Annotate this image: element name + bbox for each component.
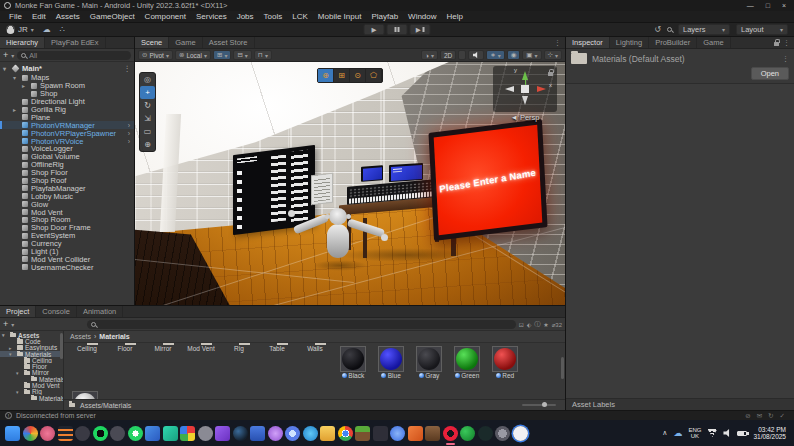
thumbnail-size-slider[interactable] — [522, 404, 556, 406]
material-asset-tile[interactable] — [72, 391, 98, 399]
inspector-tab[interactable]: Game — [697, 37, 730, 48]
taskbar-app-icon[interactable] — [268, 426, 283, 441]
close-button[interactable]: × — [782, 2, 786, 9]
hierarchy-item[interactable]: Glow — [0, 200, 134, 208]
language-indicator[interactable]: ENG UK — [688, 427, 701, 440]
step-button[interactable]: ▶ — [410, 24, 431, 35]
taskbar-app-icon[interactable] — [145, 426, 160, 441]
taskbar-app-icon[interactable] — [320, 426, 335, 441]
inspector-tab[interactable]: Lighting — [610, 37, 649, 48]
taskbar-app-icon[interactable] — [460, 426, 475, 441]
menu-item[interactable]: Assets — [51, 12, 85, 21]
taskbar-app-icon[interactable] — [180, 426, 195, 441]
asset-folder-tile[interactable]: Walls — [296, 345, 334, 379]
hierarchy-item[interactable]: Currency — [0, 240, 134, 248]
snap-magnet-button[interactable]: ⊓▾ — [254, 50, 272, 60]
wifi-icon[interactable] — [707, 429, 717, 437]
project-tree-item[interactable]: Materials — [0, 395, 63, 401]
tool-button[interactable]: ⇲ — [140, 112, 155, 125]
grid-snap-button[interactable]: ⊞▾ — [213, 50, 231, 60]
lighting-toggle-button[interactable] — [458, 50, 466, 60]
status-tray-icon[interactable]: ✓ — [780, 412, 785, 420]
audio-toggle-button[interactable] — [468, 50, 484, 60]
probuilder-mode-button[interactable]: ⊙ — [350, 69, 366, 82]
taskbar-app-icon[interactable] — [373, 426, 388, 441]
scene-visibility-button[interactable]: ◉ — [507, 50, 521, 60]
status-tray-icon[interactable]: ⊘ — [745, 412, 750, 420]
2d-toggle-button[interactable]: 2D — [440, 50, 456, 60]
version-control-icon[interactable]: ∴ — [60, 25, 65, 34]
tray-expand-icon[interactable]: ∧ — [662, 429, 667, 437]
inspector-tab[interactable]: ProBuilder — [649, 37, 697, 48]
info-icon[interactable]: ⓘ — [534, 320, 540, 329]
create-button[interactable]: + — [3, 51, 8, 59]
gizmo-neg-y-axis[interactable] — [522, 96, 528, 105]
taskbar-app-icon[interactable] — [285, 426, 300, 441]
breadcrumb-current[interactable]: Materials — [99, 333, 129, 340]
taskbar-app-icon[interactable] — [425, 426, 440, 441]
tool-button[interactable]: ⊕ — [140, 138, 155, 151]
kebab-menu-icon[interactable]: ⋮ — [783, 39, 790, 47]
taskbar-app-icon[interactable] — [513, 426, 528, 441]
pause-button[interactable] — [387, 24, 408, 35]
probuilder-mode-button[interactable]: ⬠ — [366, 69, 382, 82]
asset-folder-tile[interactable]: Ceiling — [68, 345, 106, 379]
breadcrumb-root[interactable]: Assets — [70, 333, 91, 340]
foldout-arrow-icon[interactable]: ▸ — [9, 345, 12, 351]
camera-settings-dropdown[interactable]: ▣▾ — [522, 50, 541, 60]
taskbar-app-icon[interactable] — [128, 426, 143, 441]
chevron-down-icon[interactable]: ▾ — [11, 321, 14, 328]
taskbar-app-icon[interactable] — [443, 426, 458, 441]
hierarchy-search-input[interactable]: All — [17, 51, 131, 60]
grid-scrollbar[interactable] — [561, 357, 564, 379]
lock-icon[interactable] — [548, 72, 553, 76]
maximize-button[interactable]: □ — [766, 2, 770, 9]
tool-button[interactable]: ◎ — [140, 73, 155, 86]
asset-folder-tile[interactable]: Table — [258, 345, 296, 379]
foldout-arrow-icon[interactable]: ▾ — [16, 370, 19, 376]
project-tab[interactable]: Animation — [77, 306, 123, 317]
taskbar-app-icon[interactable] — [355, 426, 370, 441]
chevron-down-icon[interactable]: ▾ — [11, 52, 14, 59]
search-icon[interactable] — [667, 27, 672, 32]
hierarchy-item[interactable]: ▸ Gorilla Rig — [0, 106, 134, 114]
undo-history-icon[interactable]: ↺ — [654, 25, 661, 34]
gizmo-x-axis[interactable] — [537, 86, 546, 92]
play-button[interactable]: ▶ — [364, 24, 385, 35]
menu-item[interactable]: LCK — [287, 12, 313, 21]
battery-icon[interactable] — [737, 431, 747, 436]
menu-item[interactable]: File — [4, 12, 27, 21]
hierarchy-item[interactable]: Lobby Music — [0, 192, 134, 200]
taskbar-app-icon[interactable] — [338, 426, 353, 441]
material-asset-tile[interactable]: Gray — [410, 345, 448, 379]
taskbar-app-icon[interactable] — [163, 426, 178, 441]
tool-button[interactable]: ▭ — [140, 125, 155, 138]
scene-view-tab[interactable]: Asset Store — [203, 37, 255, 48]
pivot-mode-dropdown[interactable]: ⊙Pivot▾ — [138, 50, 173, 60]
gizmos-dropdown[interactable]: ⊹▾ — [544, 50, 562, 60]
kebab-menu-icon[interactable]: ⋮ — [782, 55, 789, 63]
menu-item[interactable]: Services — [191, 12, 232, 21]
cloud-services-icon[interactable]: ☁ — [43, 25, 51, 34]
lock-icon[interactable] — [774, 42, 779, 46]
taskbar-app-icon[interactable] — [110, 426, 125, 441]
tree-scrollbar[interactable] — [60, 333, 63, 359]
layout-dropdown[interactable]: Layout▾ — [736, 24, 788, 35]
scene-view-tab[interactable]: Scene — [135, 37, 169, 48]
scene-root-row[interactable]: ▾ Main* ⋮ — [0, 64, 134, 73]
hierarchy-item[interactable]: Directional Light — [0, 98, 134, 106]
project-search-input[interactable] — [87, 320, 515, 329]
prefab-chevron-icon[interactable]: › — [128, 130, 134, 137]
material-asset-tile[interactable]: Red — [486, 345, 524, 379]
hierarchy-item[interactable]: Shop Floor — [0, 169, 134, 177]
hierarchy-tab[interactable]: PlayFab EdEx — [45, 37, 106, 48]
scene-view-tab[interactable]: Game — [169, 37, 202, 48]
taskbar-app-icon[interactable] — [250, 426, 265, 441]
effects-dropdown[interactable]: ∗▾ — [486, 50, 504, 60]
asset-folder-tile[interactable]: Mirror — [144, 345, 182, 379]
volume-icon[interactable] — [723, 429, 731, 437]
taskbar-app-icon[interactable] — [478, 426, 493, 441]
hierarchy-item[interactable]: EventSystem — [0, 232, 134, 240]
hierarchy-item[interactable]: ▸ Spawn Room — [0, 82, 134, 90]
asset-labels-section[interactable]: Asset Labels — [566, 398, 794, 410]
